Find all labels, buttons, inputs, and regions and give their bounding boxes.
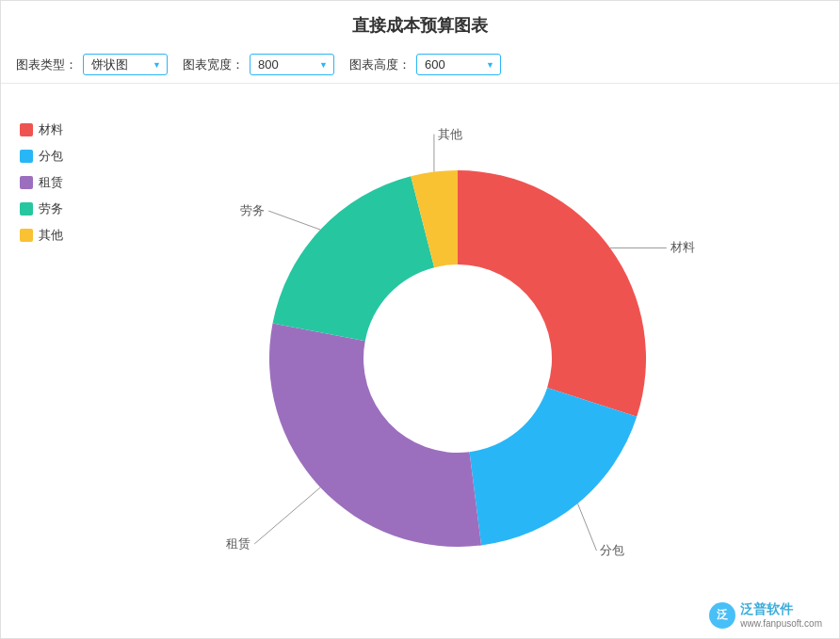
legend-label: 劳务 bbox=[39, 200, 63, 217]
chart-type-select-wrapper: 饼状图 柱状图 折线图 bbox=[83, 54, 168, 75]
legend-label: 租赁 bbox=[39, 174, 63, 191]
donut-segment bbox=[273, 176, 435, 341]
watermark-logo: 泛 bbox=[709, 602, 735, 629]
watermark-logo-text: 泛 bbox=[717, 607, 728, 623]
legend-color-box bbox=[20, 202, 33, 216]
chart-type-item: 图表类型： 饼状图 柱状图 折线图 bbox=[16, 54, 168, 75]
watermark-website: www.fanpusoft.com bbox=[740, 618, 822, 629]
chart-area: 材料分包租赁劳务其他 材料分包租赁劳务其他 bbox=[1, 84, 839, 633]
page-container: 直接成本预算图表 图表类型： 饼状图 柱状图 折线图 图表宽度： 600 700… bbox=[0, 0, 840, 639]
legend: 材料分包租赁劳务其他 bbox=[20, 93, 95, 624]
segment-label: 租赁 bbox=[226, 536, 250, 551]
segment-label: 劳务 bbox=[240, 203, 265, 217]
watermark-company: 泛普软件 bbox=[740, 601, 822, 618]
donut-container: 材料分包租赁劳务其他 bbox=[95, 93, 820, 624]
chart-width-select-wrapper: 600 700 800 900 1000 bbox=[250, 54, 334, 75]
legend-color-box bbox=[20, 150, 33, 163]
legend-label: 其他 bbox=[39, 227, 63, 244]
chart-height-item: 图表高度： 400 500 600 700 800 bbox=[349, 54, 501, 75]
legend-item: 劳务 bbox=[20, 200, 95, 217]
watermark-text: 泛普软件 www.fanpusoft.com bbox=[740, 601, 822, 629]
chart-height-select[interactable]: 400 500 600 700 800 bbox=[416, 54, 501, 75]
donut-segment bbox=[458, 170, 646, 417]
label-line bbox=[577, 503, 596, 551]
label-line bbox=[268, 211, 320, 230]
chart-type-select[interactable]: 饼状图 柱状图 折线图 bbox=[83, 54, 168, 75]
legend-color-box bbox=[20, 176, 33, 189]
chart-height-select-wrapper: 400 500 600 700 800 bbox=[416, 54, 501, 75]
chart-height-label: 图表高度： bbox=[349, 56, 411, 73]
toolbar: 图表类型： 饼状图 柱状图 折线图 图表宽度： 600 700 800 900 … bbox=[1, 46, 839, 84]
label-line bbox=[254, 487, 320, 544]
legend-item: 分包 bbox=[20, 148, 95, 165]
donut-segment bbox=[269, 324, 481, 547]
legend-item: 材料 bbox=[20, 121, 95, 138]
legend-label: 材料 bbox=[39, 121, 63, 138]
segment-label: 材料 bbox=[670, 240, 695, 254]
donut-segment bbox=[470, 388, 638, 546]
legend-item: 租赁 bbox=[20, 174, 95, 191]
chart-width-label: 图表宽度： bbox=[183, 56, 244, 73]
segment-label: 其他 bbox=[438, 127, 462, 141]
page-title: 直接成本预算图表 bbox=[1, 1, 839, 46]
watermark: 泛 泛普软件 www.fanpusoft.com bbox=[709, 601, 822, 629]
legend-color-box bbox=[20, 229, 33, 242]
legend-item: 其他 bbox=[20, 227, 95, 244]
chart-width-select[interactable]: 600 700 800 900 1000 bbox=[250, 54, 334, 75]
donut-chart: 材料分包租赁劳务其他 bbox=[194, 123, 721, 594]
chart-width-item: 图表宽度： 600 700 800 900 1000 bbox=[183, 54, 334, 75]
legend-label: 分包 bbox=[39, 148, 63, 165]
chart-type-label: 图表类型： bbox=[16, 56, 77, 73]
segment-label: 分包 bbox=[600, 543, 624, 557]
legend-color-box bbox=[20, 123, 33, 136]
